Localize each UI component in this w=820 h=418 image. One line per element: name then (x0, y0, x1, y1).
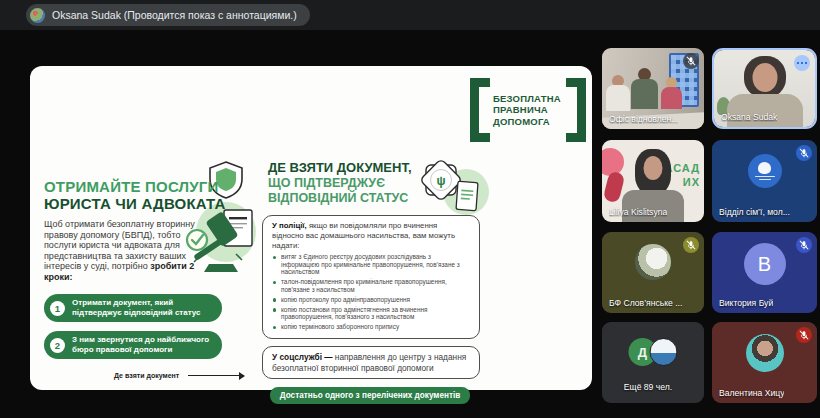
participant-tile[interactable]: БФ Слов’янське ... (602, 232, 704, 313)
avatar (635, 244, 671, 280)
logo-line: ПРАВНИЧА (493, 104, 566, 116)
logo-bracket-left-icon (470, 78, 490, 142)
logo-line: БЕЗОПЛАТНА (493, 93, 566, 105)
logo-detail (759, 179, 771, 180)
list-item: копію постанови про адмінстягнення за вч… (272, 306, 470, 321)
arrow-right-icon (188, 375, 244, 377)
arrow-note: Де взяти документ (114, 372, 246, 379)
documents-note-pill: Достатньо одного з перелічених документі… (270, 387, 470, 404)
person-figure (752, 63, 777, 92)
step-pill-1: 1 Отримати документ, який підтверджує ві… (44, 294, 222, 322)
step-text: Отримати документ, який підтверджує відп… (72, 298, 214, 318)
left-column: ОТРИМАЙТЕ ПОСЛУГИ ЮРИСТА ЧИ АДВОКАТА Щоб… (44, 178, 246, 379)
logo-text: БЕЗОПЛАТНА ПРАВНИЧА ДОПОМОГА (490, 78, 566, 142)
step-text: З ним звернутися до найближчого бюро пра… (72, 335, 214, 355)
list-item: копію протоколу про адмінправопорушення (272, 296, 470, 304)
participant-name: Офіс відновлен... (609, 114, 678, 124)
mic-off-icon (796, 145, 812, 161)
person-figure (622, 190, 684, 222)
step-pill-2: 2 З ним звернутися до найближчого бюро п… (44, 331, 222, 359)
crest-icon (758, 162, 771, 174)
meet-window: Oksana Sudak (Проводится показ с аннотац… (0, 0, 820, 418)
person-figure (606, 85, 630, 111)
right-title-line2: ЩО ПІДТВЕРДЖУЄ (268, 176, 480, 192)
overflow-tile[interactable]: Д Ещё 89 чел. (602, 322, 704, 403)
police-document-list: витяг з Єдиного реєстру досудових розслі… (272, 253, 470, 330)
avatar (746, 334, 784, 372)
participant-name: Відділ сім’ї, мол... (719, 207, 790, 217)
legal-aid-logo: БЕЗОПЛАТНА ПРАВНИЧА ДОПОМОГА (470, 78, 586, 142)
overflow-avatars: Д (629, 338, 678, 366)
logo-line: ДОПОМОГА (493, 116, 566, 128)
participant-tile[interactable]: B Виктория Буй (712, 232, 817, 313)
list-item: витяг з Єдиного реєстру досудових розслі… (272, 253, 470, 276)
police-lead: У поліції, якщо ви повідомляли про вчине… (272, 221, 470, 250)
screen-share-slide[interactable]: БЕЗОПЛАТНА ПРАВНИЧА ДОПОМОГА (30, 66, 592, 390)
social-lead-bold: У соцслужбі — (272, 352, 333, 362)
participant-name: БФ Слов’янське ... (609, 298, 682, 308)
avatar (650, 338, 678, 366)
person-figure (631, 79, 658, 109)
participant-name: Oksana Sudak (721, 112, 777, 122)
right-title-line3: ВІДПОВІДНИЙ СТАТУС (268, 191, 480, 207)
list-item: талон-повідомлення про кримінальне право… (272, 278, 470, 293)
logo-bracket-right-icon (566, 78, 586, 142)
police-box: У поліції, якщо ви повідомляли про вчине… (262, 215, 480, 339)
police-lead-bold: У поліції, (272, 221, 307, 230)
participant-name: Liliya Kislitsyna (609, 207, 667, 217)
speaking-indicator-icon (794, 55, 810, 71)
participants-grid: Офіс відновлен... Oksana Sudak АСАД ИХ (602, 48, 818, 404)
left-title-line1: ОТРИМАЙТЕ ПОСЛУГИ (44, 178, 246, 195)
person-figure (644, 156, 663, 180)
participant-tile[interactable]: Валентина Хицу (712, 322, 817, 403)
person-figure (661, 87, 682, 109)
presenter-avatar (30, 8, 45, 23)
mic-off-icon (796, 327, 812, 343)
participant-tile[interactable]: Офіс відновлен... (602, 48, 704, 129)
participant-name: Валентина Хицу (719, 388, 784, 398)
top-bar: Oksana Sudak (Проводится показ с аннотац… (0, 0, 820, 30)
social-lead: У соцслужбі — направлення до центру з на… (272, 352, 470, 373)
right-title-line1: ДЕ ВЗЯТИ ДОКУМЕНТ, (268, 160, 480, 176)
participant-tile[interactable]: Oksana Sudak (712, 48, 817, 129)
step-number: 2 (50, 338, 65, 353)
mic-off-icon (796, 237, 812, 253)
presenter-label: Oksana Sudak (Проводится показ с аннотац… (52, 9, 297, 21)
avatar-letter: B (744, 243, 786, 285)
social-box: У соцслужбі — направлення до центру з на… (262, 346, 480, 379)
participant-name: Виктория Буй (719, 298, 773, 308)
mic-off-icon (683, 237, 699, 253)
mic-off-icon (683, 53, 699, 69)
arrow-label: Де взяти документ (114, 372, 179, 379)
participant-tile[interactable]: АСАД ИХ Liliya Kislitsyna (602, 140, 704, 222)
overflow-count-label: Ещё 89 чел. (602, 382, 694, 392)
participant-tile[interactable]: Відділ сім’ї, мол... (712, 140, 817, 222)
step-number: 1 (50, 301, 65, 316)
intro-paragraph: Щоб отримати безоплатну вторинну правову… (44, 219, 201, 282)
right-column: ДЕ ВЗЯТИ ДОКУМЕНТ, ЩО ПІДТВЕРДЖУЄ ВІДПОВ… (262, 160, 480, 404)
presenter-pill[interactable]: Oksana Sudak (Проводится показ с аннотац… (26, 4, 310, 26)
list-item: копію термінового заборонного припису (272, 323, 470, 331)
left-title-line2: ЮРИСТА ЧИ АДВОКАТА (44, 195, 246, 212)
organization-logo (748, 154, 782, 188)
logo-detail (755, 176, 775, 177)
